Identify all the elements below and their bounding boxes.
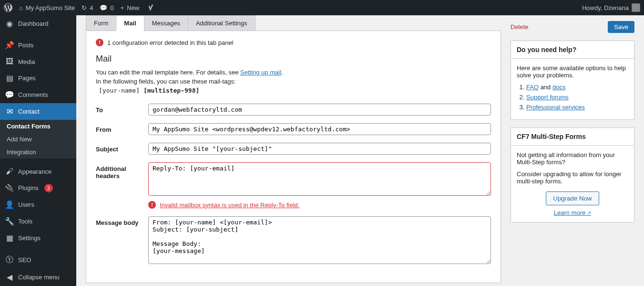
error-icon: ! [96, 39, 103, 46]
headers-textarea[interactable] [148, 162, 491, 196]
sidebar-item-pages[interactable]: ▤Pages [0, 70, 76, 86]
tab-bar: Form Mail Messages Additional Settings [86, 15, 501, 31]
upgrade-button[interactable]: Upgrade Now [546, 191, 599, 205]
howdy-user[interactable]: Howdy, Dzenana [582, 3, 640, 12]
comments-count: 0 [110, 4, 113, 11]
headers-error-link[interactable]: Invalid mailbox syntax is used in the Re… [160, 201, 299, 209]
updates-link[interactable]: ↻ 4 [82, 4, 93, 11]
mail-icon: ✉ [5, 107, 14, 116]
sidebar-item-collapse[interactable]: ◀Collapse menu [0, 269, 76, 286]
pin-icon: 📌 [5, 41, 14, 50]
wrench-icon: 🔧 [5, 217, 14, 226]
sidebar-item-plugins[interactable]: 🔌Plugins3 [0, 180, 76, 196]
submenu-integration[interactable]: Integration [0, 146, 76, 159]
plugins-badge: 3 [44, 184, 53, 192]
multistep-p1: Not getting all information from your Mu… [517, 151, 628, 166]
new-label: New [127, 4, 139, 11]
new-link[interactable]: + New [121, 4, 140, 11]
config-error-text: 1 configuration error detected in this t… [107, 39, 234, 46]
multistep-title: CF7 Multi-Step Forms [511, 128, 634, 146]
media-icon: 🖼 [5, 57, 14, 66]
tab-form[interactable]: Form [86, 15, 116, 31]
site-name: My AppSumo Site [26, 4, 75, 11]
updates-count: 4 [90, 4, 93, 11]
dashboard-icon: ◉ [5, 19, 14, 28]
sidebar-item-comments[interactable]: 💬Comments [0, 86, 76, 103]
to-input[interactable] [148, 104, 491, 116]
docs-link[interactable]: docs [552, 84, 565, 91]
mail-panel: ! 1 configuration error detected in this… [86, 31, 501, 283]
sidebar-item-dashboard[interactable]: ◉Dashboard [0, 15, 76, 32]
brush-icon: 🖌 [5, 167, 14, 176]
howdy-text: Howdy, Dzenana [582, 4, 629, 11]
body-label: Message body [96, 216, 148, 226]
comments-link[interactable]: 💬 0 [100, 4, 113, 11]
error-icon: ! [148, 201, 156, 209]
help-intro: Here are some available options to help … [517, 64, 628, 79]
sidebar-item-media[interactable]: 🖼Media [0, 53, 76, 70]
yoast-icon[interactable] [146, 3, 154, 12]
subject-label: Subject [96, 143, 148, 153]
from-input[interactable] [148, 123, 491, 135]
headers-label: Additional headers [96, 162, 148, 180]
contact-submenu: Contact Forms Add New Integration [0, 120, 76, 159]
delete-link[interactable]: Delete [511, 23, 529, 31]
panel-desc-2: In the following fields, you can use the… [96, 78, 491, 85]
site-home[interactable]: ⌂ My AppSumo Site [19, 4, 75, 11]
sidebar-item-seo[interactable]: ⓎSEO [0, 251, 76, 269]
pro-services-link[interactable]: Professional services [526, 104, 585, 111]
mail-tags: [your-name] [multistep-998] [99, 87, 491, 94]
admin-bar: ⌂ My AppSumo Site ↻ 4 💬 0 + New Howdy, D… [0, 0, 644, 15]
sidebar-item-posts[interactable]: 📌Posts [0, 37, 76, 53]
tab-mail[interactable]: Mail [116, 15, 144, 31]
panel-desc-1: You can edit the mail template here. For… [96, 69, 491, 76]
wp-logo-icon[interactable] [4, 3, 12, 12]
sidebar-item-settings[interactable]: ▦Settings [0, 230, 76, 246]
settings-icon: ▦ [5, 233, 14, 243]
save-button[interactable]: Save [608, 21, 634, 33]
avatar [632, 3, 640, 12]
sidebar-item-users[interactable]: 👤Users [0, 196, 76, 213]
collapse-icon: ◀ [5, 273, 14, 282]
home-icon: ⌂ [19, 4, 23, 11]
subject-input[interactable] [148, 143, 491, 155]
tab-additional-settings[interactable]: Additional Settings [188, 15, 256, 31]
learn-more-link[interactable]: Learn more [517, 209, 628, 216]
plus-icon: + [121, 4, 124, 11]
submenu-add-new[interactable]: Add New [0, 133, 76, 146]
multistep-p2: Consider upgrading to allow for longer m… [517, 170, 628, 185]
sidebar-item-contact[interactable]: ✉Contact [0, 103, 76, 120]
config-error-banner: ! 1 configuration error detected in this… [96, 39, 491, 46]
user-icon: 👤 [5, 200, 14, 209]
multistep-box: CF7 Multi-Step Forms Not getting all inf… [511, 127, 634, 222]
body-textarea[interactable] [148, 216, 491, 264]
tab-messages[interactable]: Messages [144, 15, 188, 31]
setting-up-mail-link[interactable]: Setting up mail [240, 69, 281, 76]
submenu-contact-forms[interactable]: Contact Forms [0, 120, 76, 133]
from-label: From [96, 123, 148, 133]
refresh-icon: ↻ [82, 4, 87, 11]
faq-link[interactable]: FAQ [526, 84, 539, 91]
sidebar-item-appearance[interactable]: 🖌Appearance [0, 163, 76, 180]
comment-icon: 💬 [5, 90, 14, 99]
help-box: Do you need help? Here are some availabl… [511, 41, 634, 120]
admin-sidebar: ◉Dashboard 📌Posts 🖼Media ▤Pages 💬Comment… [0, 15, 76, 286]
forums-link[interactable]: Support forums [526, 94, 569, 101]
comment-icon: 💬 [100, 4, 107, 11]
help-title: Do you need help? [511, 41, 634, 59]
seo-icon: Ⓨ [5, 255, 14, 265]
sidebar-item-tools[interactable]: 🔧Tools [0, 213, 76, 230]
plug-icon: 🔌 [5, 183, 14, 192]
page-icon: ▤ [5, 74, 14, 83]
to-label: To [96, 104, 148, 114]
panel-title: Mail [96, 54, 491, 64]
